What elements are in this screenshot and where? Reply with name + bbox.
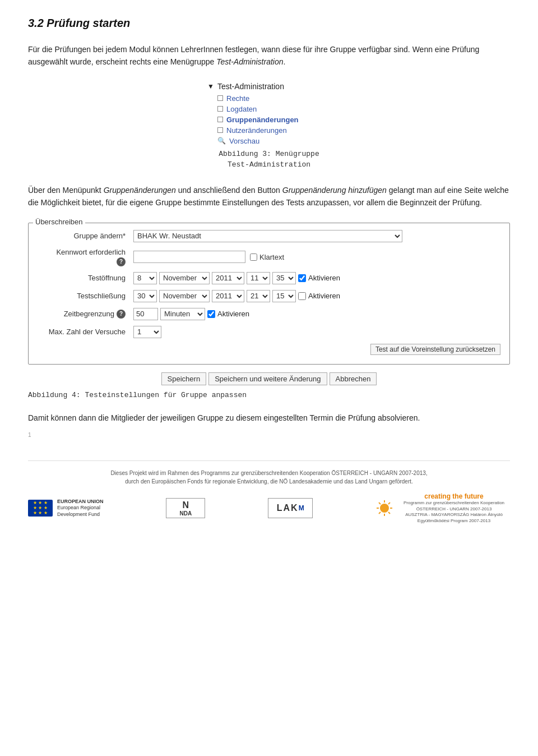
menu-item-logdaten: Logdaten (217, 105, 331, 113)
svg-line-6 (388, 512, 390, 514)
nda-icon: N NDA (166, 498, 205, 518)
zeitbegrenzung-info-icon[interactable]: ? (117, 310, 126, 319)
form-row-testoffnung: Testöffnung 8 November 2011 11 35 Aktivi… (38, 272, 500, 284)
gruppe-select[interactable]: BHAK Wr. Neustadt (133, 230, 402, 242)
footer-text-line1: Dieses Projekt wird im Rahmen des Progra… (28, 469, 510, 477)
body-text-prefix: Über den Menüpunkt (28, 186, 104, 195)
footer-logos: ★ ★ ★★ ★ ★★ ★ ★ EUROPEAN UNION European … (28, 492, 510, 524)
menu-item-rechte-label: Rechte (226, 94, 249, 103)
maxzahl-select[interactable]: 1 (133, 326, 161, 338)
testschliessung-aktivieren-checkbox[interactable] (298, 292, 306, 300)
eu-label-line1: EUROPEAN UNION (57, 499, 104, 505)
testoffnung-aktivieren-label: Aktivieren (298, 274, 340, 282)
lak-icon: L A K M (268, 498, 313, 518)
nda-label-da: NDA (180, 510, 192, 517)
menu-caption-line1: Abbildung 3: Menügruppe (207, 149, 331, 160)
menu-item-rechte: Rechte (217, 94, 331, 103)
testschliessung-aktivieren-label: Aktivieren (298, 292, 340, 300)
menu-item-vorschau-label: Vorschau (229, 137, 259, 145)
testoffnung-label: Testöffnung (38, 274, 130, 282)
footer-text: Dieses Projekt wird im Rahmen des Progra… (28, 469, 510, 486)
testschliessung-time-row: 30 November 2011 21 15 Aktivieren (133, 290, 340, 302)
lak-m: M (299, 504, 304, 512)
testschliessung-min-select[interactable]: 15 (272, 290, 296, 302)
uberschreiben-form: Überschreiben Gruppe ändern* BHAK Wr. Ne… (28, 223, 510, 365)
klartext-checkbox[interactable] (250, 253, 257, 261)
menu-item-vorschau: 🔍 Vorschau (217, 137, 331, 145)
eu-logo-block: ★ ★ ★★ ★ ★★ ★ ★ EUROPEAN UNION European … (28, 499, 104, 518)
menu-item-gruppenand-label: Gruppenänderungen (226, 116, 299, 124)
testschliessung-month-select[interactable]: November (159, 290, 210, 302)
menu-caption-line2: Test-Administration (207, 159, 331, 170)
footer-text-line2: durch den Europäischen Fonds für regiona… (28, 477, 510, 486)
kennwort-label-text: Kennwort erforderlich (38, 248, 126, 256)
testschliessung-hour-select[interactable]: 21 (247, 290, 270, 302)
body-italic-1: Gruppenänderungen (104, 186, 176, 195)
zeitbegrenzung-input[interactable] (133, 308, 158, 320)
closing-paragraph: Damit können dann die Mitglieder der jew… (28, 412, 510, 424)
menu-item-nutzerand-label: Nutzeränderungen (226, 126, 287, 135)
square-icon-nutzerand (217, 127, 223, 133)
zeitbegrenzung-aktivieren-checkbox[interactable] (207, 310, 215, 318)
zeitbegrenzung-unit-select[interactable]: Minuten (160, 308, 205, 320)
testoffnung-month-select[interactable]: November (159, 272, 210, 284)
testschliessung-year-select[interactable]: 2011 (212, 290, 244, 302)
testoffnung-aktivieren-checkbox[interactable] (298, 274, 306, 282)
form-row-zeitbegrenzung: Zeitbegrenzung ? Minuten Aktivieren (38, 308, 500, 320)
form-legend: Überschreiben (33, 218, 85, 226)
form-row-testschliessung: Testschließung 30 November 2011 21 15 Ak… (38, 290, 500, 302)
form-row-maxzahl: Max. Zahl der Versuche 1 (38, 326, 500, 338)
svg-line-5 (379, 503, 381, 504)
testoffnung-time-row: 8 November 2011 11 35 Aktivieren (133, 272, 340, 284)
magnifier-icon-vorschau: 🔍 (217, 137, 226, 145)
save-more-button[interactable]: Speichern und weitere Änderung (208, 372, 327, 385)
intro-text-italic: Test-Administration (216, 57, 283, 66)
eu-label-line3: Development Fund (57, 511, 104, 518)
lak-k: K (291, 503, 298, 513)
menu-title-text: Test-Administration (217, 82, 284, 91)
form-row-kennwort: Kennwort erforderlich ? Klartext (38, 248, 500, 266)
menu-title: ▼ Test-Administration (207, 82, 331, 91)
arrow-down-icon: ▼ (207, 82, 214, 90)
square-icon-logdaten (217, 106, 223, 112)
reset-row: Test auf die Voreinstellung zurücksetzen (38, 344, 500, 355)
svg-line-7 (388, 503, 390, 504)
zeitbegrenzung-label-text: Zeitbegrenzung (64, 310, 114, 318)
square-icon-gruppenand (217, 117, 223, 122)
svg-point-0 (380, 504, 389, 513)
eu-stars: ★ ★ ★★ ★ ★★ ★ ★ (33, 501, 47, 515)
creating-logo-block: creating the future Programm zur grenzüb… (375, 492, 510, 524)
testoffnung-day-select[interactable]: 8 (133, 272, 157, 284)
action-buttons-row: Speichern Speichern und weitere Änderung… (28, 372, 510, 385)
square-icon-rechte (217, 95, 223, 101)
menu-items-list: Rechte Logdaten Gruppenänderungen Nutzer… (217, 94, 331, 145)
klartext-text: Klartext (259, 253, 284, 261)
menu-item-nutzerand: Nutzeränderungen (217, 126, 331, 135)
body-italic-2: Gruppenänderung hinzufügen (282, 186, 387, 195)
klartext-label: Klartext (250, 253, 284, 261)
menu-item-logdaten-label: Logdaten (226, 105, 257, 113)
intro-text-end: . (284, 57, 286, 66)
cancel-button[interactable]: Abbrechen (330, 372, 377, 385)
body-text-mid: und anschließend den Button (176, 186, 282, 195)
testoffnung-year-select[interactable]: 2011 (212, 272, 244, 284)
page-number: 1 (28, 432, 510, 438)
nda-label-n: N (183, 500, 189, 510)
kennwort-info-icon[interactable]: ? (117, 257, 126, 266)
lak-logo-block: L A K M (268, 498, 313, 518)
save-button[interactable]: Speichern (161, 372, 207, 385)
eu-label: EUROPEAN UNION European Regional Develop… (57, 499, 104, 518)
gruppe-label: Gruppe ändern* (38, 232, 130, 240)
testoffnung-hour-select[interactable]: 11 (247, 272, 270, 284)
creating-title: creating the future (398, 492, 510, 500)
testoffnung-min-select[interactable]: 35 (272, 272, 296, 284)
reset-button[interactable]: Test auf die Voreinstellung zurücksetzen (370, 344, 500, 355)
eu-label-line2: European Regional (57, 505, 104, 511)
testoffnung-aktivieren-text: Aktivieren (308, 274, 340, 282)
testschliessung-day-select[interactable]: 30 (133, 290, 157, 302)
zeitbegrenzung-label: Zeitbegrenzung ? (38, 310, 130, 319)
zeitbegrenzung-row: Minuten Aktivieren (133, 308, 249, 320)
testschliessung-aktivieren-text: Aktivieren (308, 292, 340, 300)
kennwort-input[interactable] (133, 251, 245, 263)
zeitbegrenzung-aktivieren-label: Aktivieren (207, 310, 249, 318)
